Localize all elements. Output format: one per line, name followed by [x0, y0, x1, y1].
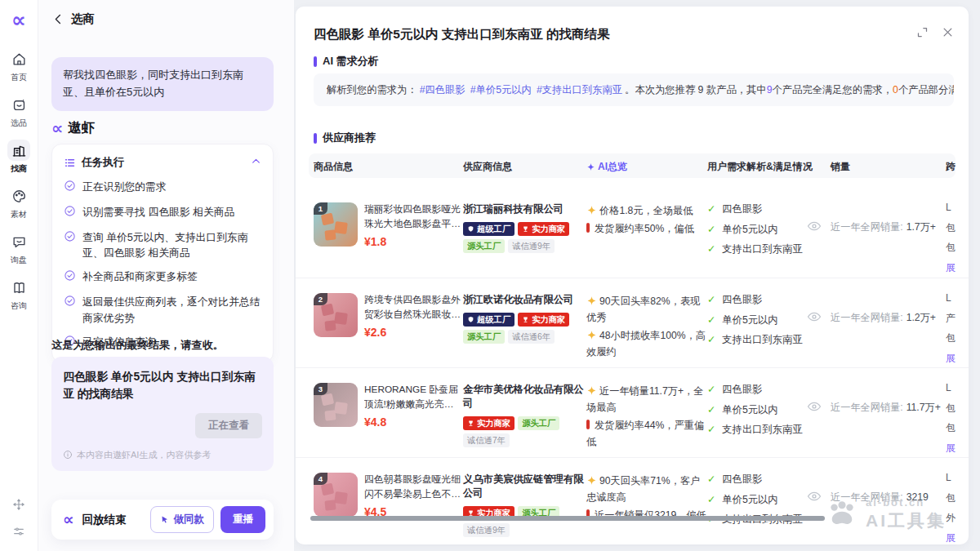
badge-gray: 诚信通7年	[463, 433, 510, 447]
product-title[interactable]: HERORANGE 卧蚕届顶流!粉嫩嫩高光亮片多色...	[364, 383, 461, 411]
analysis-text: 9	[767, 84, 773, 96]
palette-swatch	[334, 221, 348, 234]
expand-link[interactable]: 展	[946, 349, 969, 369]
requirement-tag[interactable]: #单价5元以内	[470, 83, 532, 97]
product-price: ¥4.8	[364, 415, 386, 429]
requirement-text: 四色眼影	[722, 469, 762, 490]
replay-bar: ∝ 回放结束 做同款 重播	[51, 500, 274, 540]
sparkle-icon	[586, 384, 597, 395]
column-header-5: 销量	[831, 160, 850, 174]
extra-text: 包	[946, 238, 969, 258]
sliders-icon[interactable]	[12, 525, 25, 541]
sidebar-item-label: 询盘	[11, 255, 27, 266]
palette-swatch	[321, 213, 334, 226]
preview-eye-icon[interactable]	[807, 309, 822, 327]
sidebar-item-book[interactable]: 咨询	[7, 277, 30, 312]
extra-text: L	[946, 198, 969, 218]
supplier-name[interactable]: 金华市美优格化妆品有限公司	[463, 383, 587, 411]
move-icon[interactable]	[12, 498, 25, 514]
check-circle-icon	[64, 180, 76, 197]
requirement-text: 支持出口到东南亚	[722, 330, 802, 350]
expand-link[interactable]: 展	[946, 258, 969, 278]
extra-text: 产	[946, 309, 969, 329]
requirement-tag[interactable]: #四色眼影	[420, 83, 466, 97]
sales-label: 近一年全网销量:	[831, 312, 903, 323]
product-title[interactable]: 四色朝暮眼影盘哑光细闪不易晕染易上色不脱妆...	[364, 473, 461, 501]
badge-label: 源头工厂	[467, 331, 501, 343]
app-logo[interactable]: ∝	[11, 10, 26, 30]
extra-text: 包	[946, 418, 969, 438]
replay-button[interactable]: 重播	[220, 506, 265, 533]
supplier-name[interactable]: 浙江瑞丽科技有限公司	[463, 202, 587, 216]
table-row[interactable]: 2跨境专供四色眼影盘外贸彩妆自然珠光眼妆盘新...¥2.6浙江欧诺化妆品有限公司…	[296, 278, 969, 367]
sidebar-item-building[interactable]: 找商	[7, 140, 30, 175]
collapse-button[interactable]	[251, 155, 261, 170]
table-row[interactable]: 1瑞丽彩妆四色眼影哑光珠光大地色眼影盘平价品...¥1.8浙江瑞丽科技有限公司超…	[296, 188, 969, 278]
extra-text: L	[946, 468, 969, 488]
analysis-text: 0	[893, 84, 898, 96]
column-label: 销量	[831, 161, 850, 172]
rank-badge: 4	[314, 473, 327, 485]
badge-gray: 诚信通6年	[508, 330, 555, 344]
checkmark-icon: ✓	[707, 380, 715, 400]
expand-link[interactable]: 展	[946, 438, 969, 459]
palette-swatch	[334, 491, 348, 504]
make-same-button[interactable]: 做同款	[150, 506, 215, 533]
task-item: 正在识别您的需求	[64, 179, 261, 197]
preview-eye-icon[interactable]	[807, 489, 822, 507]
product-title[interactable]: 瑞丽彩妆四色眼影哑光珠光大地色眼影盘平价品...	[364, 202, 461, 231]
badge-red: 实力商家	[518, 222, 569, 236]
requirement-tag[interactable]: #支持出口到东南亚	[537, 83, 622, 97]
expand-link[interactable]: 展	[946, 528, 969, 544]
product-thumbnail[interactable]: 1	[314, 202, 358, 247]
sidebar-item-box-smile[interactable]: 选品	[7, 94, 30, 129]
sidebar-item-home[interactable]: 首页	[7, 48, 30, 83]
horizontal-scrollbar[interactable]	[310, 516, 825, 521]
requirement-check: ✓单价5元以内	[707, 220, 817, 240]
sidebar-item-label: 找商	[11, 163, 27, 175]
badge-navy: 超级工厂	[463, 222, 514, 236]
close-icon[interactable]	[942, 26, 954, 38]
trophy-icon	[522, 316, 529, 323]
requirement-text: 四色眼影	[722, 380, 762, 400]
back-button[interactable]: 选商	[52, 11, 95, 27]
preview-eye-icon[interactable]	[807, 399, 822, 417]
user-message-bubble: 帮我找四色眼影，同时支持出口到东南亚、且单价在5元以内	[51, 57, 274, 111]
preview-eye-icon[interactable]	[807, 219, 822, 237]
palette-swatch	[321, 393, 334, 407]
chevron-left-icon	[52, 13, 65, 25]
viewing-button[interactable]: 正在查看	[195, 413, 262, 438]
assistant-header: ∝ 遨虾	[51, 119, 95, 137]
supplier-name[interactable]: 浙江欧诺化妆品有限公司	[463, 293, 587, 307]
table-row[interactable]: 3HERORANGE 卧蚕届顶流!粉嫩嫩高光亮片多色...¥4.8金华市美优格化…	[296, 367, 969, 457]
ai-summary-cell: 90天回头率82%，表现优秀48小时揽收率100%，高效履约	[586, 293, 709, 362]
shield-icon	[467, 316, 474, 323]
box-smile-icon	[7, 94, 30, 115]
product-title[interactable]: 跨境专供四色眼影盘外贸彩妆自然珠光眼妆盘新...	[364, 293, 461, 322]
column-header-6: 跨	[946, 160, 956, 174]
expand-icon[interactable]	[916, 26, 929, 38]
palette-swatch	[324, 320, 336, 331]
result-title: 四色眼影 单价5元以内 支持出口到东南亚 的找商结果	[63, 368, 262, 403]
alert-bar-icon	[586, 420, 590, 429]
task-text: 补全商品和商家更多标签	[82, 269, 198, 287]
sidebar-item-palette[interactable]: 素材	[7, 185, 30, 220]
analysis-summary: 解析到您的需求为：#四色眼影#单价5元以内#支持出口到东南亚 。本次为您推荐 9…	[314, 73, 954, 106]
check-circle-icon	[64, 295, 76, 327]
checkmark-icon: ✓	[707, 239, 715, 260]
sidebar-item-chat[interactable]: 询盘	[7, 231, 30, 266]
badge-label: 源头工厂	[467, 241, 501, 252]
badge-label: 实力商家	[532, 314, 565, 326]
product-thumbnail[interactable]: 2	[314, 293, 358, 337]
palette-swatch	[324, 410, 336, 420]
checkmark-icon: ✓	[707, 290, 715, 310]
task-text: 正在识别您的需求	[82, 179, 166, 197]
sidebar-item-label: 素材	[11, 209, 27, 220]
column-header-3[interactable]: AI总览	[586, 160, 627, 174]
requirement-check: ✓四色眼影	[707, 290, 817, 310]
supplier-name[interactable]: 义乌市美宸供应链管理有限公司	[463, 473, 587, 500]
product-thumbnail[interactable]: 4	[314, 473, 358, 517]
column-label: 跨	[946, 161, 956, 172]
palette-swatch	[321, 483, 334, 496]
product-thumbnail[interactable]: 3	[314, 383, 358, 427]
